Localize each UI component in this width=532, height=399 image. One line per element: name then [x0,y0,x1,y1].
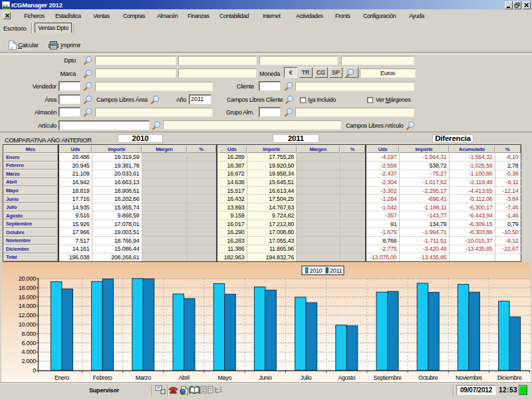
svg-text:Marzo: Marzo [136,374,151,381]
svg-text:0: 0 [33,367,36,374]
svg-text:Diciembre: Diciembre [497,374,522,381]
svg-text:14.000: 14.000 [19,303,37,309]
svg-text:10.000: 10.000 [19,321,37,328]
svg-text:20.000: 20.000 [19,275,37,282]
svg-text:Septiembre: Septiembre [373,374,401,381]
svg-text:2011: 2011 [330,267,342,274]
svg-text:Julio: Julio [301,374,312,381]
svg-text:8.000: 8.000 [21,331,36,337]
svg-text:18.000: 18.000 [19,285,37,291]
svg-text:Mayo: Mayo [217,374,231,381]
svg-text:12.000: 12.000 [19,312,37,319]
svg-text:Febrero: Febrero [93,374,112,381]
svg-text:6.000: 6.000 [21,340,36,346]
svg-text:2.000: 2.000 [21,358,36,364]
svg-text:2010: 2010 [310,267,323,274]
svg-text:4.000: 4.000 [21,348,36,355]
svg-text:Octubre: Octubre [418,374,438,381]
svg-text:Agosto: Agosto [338,374,355,381]
svg-text:16.000: 16.000 [19,294,37,301]
svg-text:Abril: Abril [178,374,189,381]
svg-text:Enero: Enero [55,374,69,381]
svg-text:Junio: Junio [259,374,272,381]
svg-text:icg: icg [3,3,8,7]
svg-text:Noviembre: Noviembre [456,374,482,381]
